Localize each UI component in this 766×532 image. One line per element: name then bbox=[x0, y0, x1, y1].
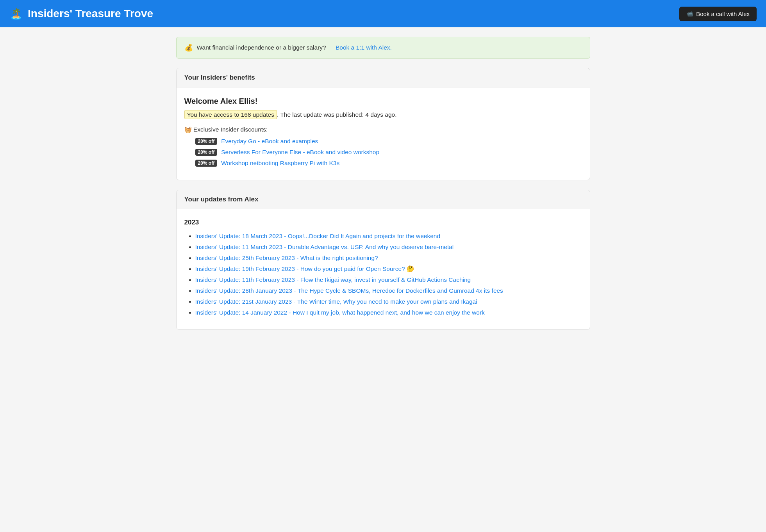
list-item: Insiders' Update: 28th January 2023 - Th… bbox=[195, 287, 582, 294]
discount-badge-2: 20% off bbox=[195, 149, 218, 156]
update-link-3[interactable]: Insiders' Update: 25th February 2023 - W… bbox=[195, 254, 378, 261]
discount-link-3[interactable]: Workshop netbooting Raspberry Pi with K3… bbox=[221, 160, 339, 167]
brand: 🏝️ Insiders' Treasure Trove bbox=[9, 7, 153, 20]
update-link-6[interactable]: Insiders' Update: 28th January 2023 - Th… bbox=[195, 287, 503, 294]
main-content: 💰 Want financial independence or a bigge… bbox=[168, 27, 598, 349]
money-icon: 💰 bbox=[184, 43, 193, 52]
book-call-button[interactable]: 📹 Book a call with Alex bbox=[679, 7, 757, 21]
updates-card-header: Your updates from Alex bbox=[177, 190, 590, 209]
access-text-after: . The last update was published: 4 days … bbox=[277, 111, 396, 118]
discount-link-1[interactable]: Everyday Go - eBook and examples bbox=[221, 138, 318, 145]
promo-banner: 💰 Want financial independence or a bigge… bbox=[176, 37, 590, 59]
update-link-7[interactable]: Insiders' Update: 21st January 2023 - Th… bbox=[195, 298, 477, 305]
header: 🏝️ Insiders' Treasure Trove 📹 Book a cal… bbox=[0, 0, 766, 27]
list-item: 20% off Workshop netbooting Raspberry Pi… bbox=[195, 160, 582, 167]
banner-text: Want financial independence or a bigger … bbox=[197, 44, 326, 51]
logo-icon: 🏝️ bbox=[9, 7, 23, 20]
benefits-card: Your Insiders' benefits Welcome Alex Ell… bbox=[176, 68, 590, 180]
discounts-title: 🧺 Exclusive Insider discounts: bbox=[184, 126, 582, 133]
update-link-4[interactable]: Insiders' Update: 19th February 2023 - H… bbox=[195, 265, 414, 272]
welcome-title: Welcome Alex Ellis! bbox=[184, 97, 582, 106]
list-item: Insiders' Update: 18 March 2023 - Oops!.… bbox=[195, 233, 582, 240]
video-icon: 📹 bbox=[686, 11, 693, 17]
discount-badge-3: 20% off bbox=[195, 160, 218, 167]
update-link-8[interactable]: Insiders' Update: 14 January 2022 - How … bbox=[195, 309, 485, 316]
updates-card-body: 2023 Insiders' Update: 18 March 2023 - O… bbox=[177, 209, 590, 329]
list-item: 20% off Serverless For Everyone Else - e… bbox=[195, 149, 582, 156]
list-item: Insiders' Update: 19th February 2023 - H… bbox=[195, 265, 582, 272]
discount-badge-1: 20% off bbox=[195, 138, 218, 145]
discount-list: 20% off Everyday Go - eBook and examples… bbox=[184, 138, 582, 167]
update-link-1[interactable]: Insiders' Update: 18 March 2023 - Oops!.… bbox=[195, 233, 441, 239]
site-title: Insiders' Treasure Trove bbox=[28, 7, 153, 20]
list-item: Insiders' Update: 11 March 2023 - Durabl… bbox=[195, 244, 582, 251]
list-item: Insiders' Update: 25th February 2023 - W… bbox=[195, 254, 582, 262]
update-link-2[interactable]: Insiders' Update: 11 March 2023 - Durabl… bbox=[195, 244, 454, 250]
banner-link[interactable]: Book a 1:1 with Alex. bbox=[336, 44, 392, 51]
updates-list: Insiders' Update: 18 March 2023 - Oops!.… bbox=[184, 233, 582, 316]
updates-year: 2023 bbox=[184, 219, 582, 226]
list-item: Insiders' Update: 11th February 2023 - F… bbox=[195, 276, 582, 283]
access-line: You have access to 168 updates. The last… bbox=[184, 111, 582, 118]
list-item: Insiders' Update: 14 January 2022 - How … bbox=[195, 309, 582, 316]
updates-card-title: Your updates from Alex bbox=[184, 196, 259, 203]
updates-card: Your updates from Alex 2023 Insiders' Up… bbox=[176, 190, 590, 330]
discount-link-2[interactable]: Serverless For Everyone Else - eBook and… bbox=[221, 149, 379, 156]
benefits-card-body: Welcome Alex Ellis! You have access to 1… bbox=[177, 87, 590, 180]
list-item: Insiders' Update: 21st January 2023 - Th… bbox=[195, 298, 582, 305]
book-call-label: Book a call with Alex bbox=[696, 11, 750, 17]
benefits-card-header: Your Insiders' benefits bbox=[177, 68, 590, 87]
benefits-card-title: Your Insiders' benefits bbox=[184, 74, 255, 81]
update-link-5[interactable]: Insiders' Update: 11th February 2023 - F… bbox=[195, 276, 471, 283]
access-badge: You have access to 168 updates bbox=[184, 110, 277, 119]
list-item: 20% off Everyday Go - eBook and examples bbox=[195, 138, 582, 145]
